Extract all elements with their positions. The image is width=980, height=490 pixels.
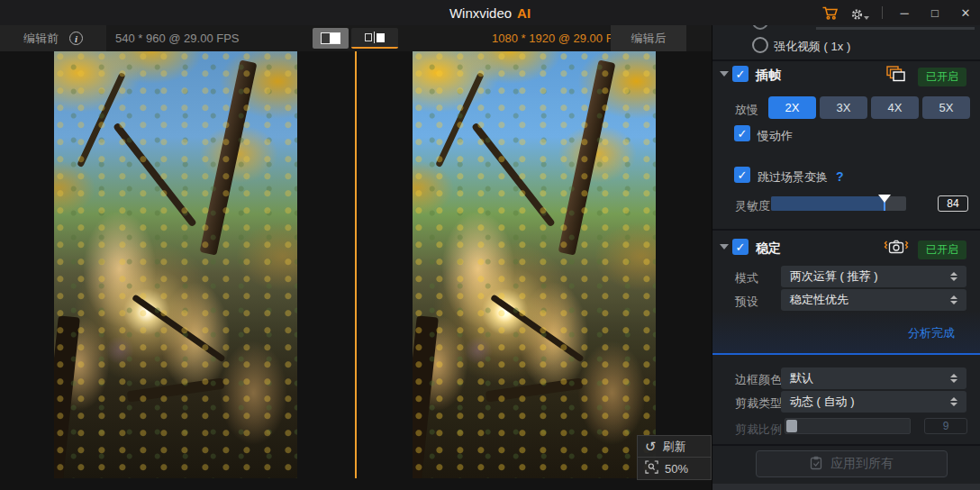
app-window: Winxvideo AI ─ □ ✕ <box>0 0 980 490</box>
tab-before-edit[interactable]: 编辑前 i <box>0 25 106 51</box>
tab-after-edit[interactable]: 编辑后 <box>611 25 686 51</box>
check-icon: ✓ <box>738 127 748 141</box>
section-separator <box>712 59 980 61</box>
stabilize-camera-icon <box>884 238 909 259</box>
skip-scene-checkbox[interactable]: ✓ <box>734 167 750 183</box>
check-icon: ✓ <box>736 240 746 254</box>
after-video-info: 1080 * 1920 @ 29.00 FPS <box>492 25 629 51</box>
crop-type-dropdown[interactable]: 动态 ( 自动 ) <box>781 391 966 413</box>
help-icon[interactable]: ? <box>836 169 844 184</box>
updown-chevron-icon <box>950 295 957 304</box>
interpolation-expander-icon[interactable] <box>720 71 729 77</box>
slow-motion-label: 慢动作 <box>758 128 793 144</box>
speed-4x-button[interactable]: 4X <box>871 96 919 119</box>
zoom-icon <box>645 460 658 476</box>
crop-ratio-label: 剪裁比例 <box>735 422 782 438</box>
refresh-icon: ↺ <box>645 440 657 453</box>
border-color-value: 默认 <box>790 370 813 386</box>
tab-before-label: 编辑前 <box>23 31 59 47</box>
stabilization-status-badge: 已开启 <box>918 240 966 259</box>
stabilization-checkbox[interactable]: ✓ <box>732 239 749 255</box>
crop-ratio-value-input[interactable]: 9 <box>924 418 967 434</box>
zoom-level-button[interactable]: 50% <box>637 458 712 480</box>
speed-3x-button[interactable]: 3X <box>820 96 867 119</box>
close-button[interactable]: ✕ <box>957 4 975 22</box>
check-icon: ✓ <box>736 68 746 81</box>
preview-toolbar: 编辑前 i 540 * 960 @ 29.00 FPS 1080 * 1920 … <box>0 25 712 51</box>
sensitivity-label: 灵敏度 <box>735 198 770 214</box>
preset-value: 稳定性优先 <box>790 292 848 308</box>
gear-caret-icon <box>864 16 869 20</box>
side-by-side-icon <box>365 32 385 43</box>
clipboard-icon <box>810 456 822 473</box>
app-title-accent: AI <box>517 5 531 21</box>
skip-scene-label: 跳过场景变换? <box>758 169 844 186</box>
scrolled-radio-partial <box>752 25 768 30</box>
slow-motion-checkbox[interactable]: ✓ <box>734 125 750 141</box>
updown-chevron-icon <box>950 272 957 281</box>
settings-panel: 强化视频 ( 1x ) ✓ 插帧 已开启 放慢 2X 3X 4X 5X ✓ 慢动… <box>712 25 980 490</box>
refresh-button[interactable]: ↺ 刷新 <box>637 435 712 458</box>
title-bar: Winxvideo AI ─ □ ✕ <box>0 0 980 25</box>
slow-down-label: 放慢 <box>735 102 758 118</box>
split-view-toggle[interactable] <box>313 28 349 49</box>
stabilization-title: 稳定 <box>756 240 781 257</box>
mode-value: 两次运算 ( 推荐 ) <box>790 268 878 285</box>
preset-label: 预设 <box>735 294 758 310</box>
sensitivity-slider-thumb[interactable] <box>878 195 891 203</box>
app-title-main: Winxvideo <box>449 5 512 21</box>
side-by-side-view-toggle[interactable] <box>351 28 398 49</box>
window-controls: ─ □ ✕ <box>821 0 975 25</box>
preview-overlay-controls: ↺ 刷新 50% <box>637 435 712 480</box>
stabilization-expander-icon[interactable] <box>720 244 729 250</box>
crop-type-value: 动态 ( 自动 ) <box>790 394 855 410</box>
refresh-label: 刷新 <box>663 439 686 455</box>
crop-type-label: 剪裁类型 <box>735 395 782 412</box>
updown-chevron-icon <box>950 397 957 406</box>
enhance-video-label: 强化视频 ( 1x ) <box>774 39 850 55</box>
preset-dropdown[interactable]: 稳定性优先 <box>781 289 966 311</box>
scrolled-control-edge <box>816 27 975 30</box>
sensitivity-slider[interactable] <box>771 196 906 211</box>
speed-5x-button[interactable]: 5X <box>922 96 970 119</box>
crop-ratio-slider-thumb[interactable] <box>786 420 797 432</box>
panel-bottom-strip <box>712 484 980 490</box>
maximize-button[interactable]: □ <box>926 4 944 22</box>
zoom-level-label: 50% <box>665 462 688 476</box>
before-video-info: 540 * 960 @ 29.00 FPS <box>115 25 240 51</box>
crop-ratio-slider[interactable] <box>785 418 911 434</box>
updown-chevron-icon <box>950 374 957 383</box>
interpolation-status-badge: 已开启 <box>918 68 966 86</box>
gear-icon[interactable] <box>851 4 869 22</box>
cart-icon[interactable] <box>821 4 839 22</box>
check-icon: ✓ <box>738 168 748 182</box>
minimize-button[interactable]: ─ <box>895 4 913 22</box>
mode-label: 模式 <box>735 270 758 286</box>
analysis-status: 分析完成 <box>908 325 955 341</box>
split-view-icon <box>321 32 340 44</box>
info-icon-glyph: i <box>75 33 77 44</box>
apply-to-all-button[interactable]: 应用到所有 <box>756 450 948 477</box>
apply-to-all-label: 应用到所有 <box>830 456 894 472</box>
preview-before-image <box>54 51 297 478</box>
mode-dropdown[interactable]: 两次运算 ( 推荐 ) <box>781 266 966 287</box>
section-separator <box>712 444 980 446</box>
enhance-video-radio[interactable] <box>752 37 768 53</box>
sensitivity-slider-fill <box>771 196 885 211</box>
section-separator <box>712 229 980 231</box>
preview-after-image <box>413 51 656 478</box>
interpolation-checkbox[interactable]: ✓ <box>732 66 749 82</box>
border-color-dropdown[interactable]: 默认 <box>781 368 966 389</box>
frames-icon <box>886 66 906 86</box>
preview-area: ↺ 刷新 50% <box>0 51 712 490</box>
sensitivity-value-input[interactable]: 84 <box>938 195 968 212</box>
speed-2x-button[interactable]: 2X <box>768 96 816 119</box>
border-color-label: 边框颜色 <box>735 372 782 388</box>
window-controls-separator <box>882 6 883 19</box>
info-icon[interactable]: i <box>69 32 83 45</box>
interpolation-title: 插帧 <box>756 68 781 84</box>
analysis-progress-line <box>712 353 980 355</box>
compare-divider[interactable] <box>355 51 357 478</box>
